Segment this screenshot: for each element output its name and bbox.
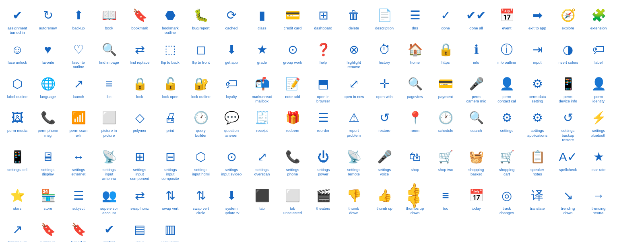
note-add[interactable]: 📝note add [277,73,308,107]
autorenew[interactable]: ↻autorenew [33,4,63,38]
today[interactable]: 📅today [461,184,491,219]
shop[interactable]: 🛍shop [400,146,430,184]
settings-backup-restore[interactable]: ↺settings backup restore [553,106,583,145]
spellcheck[interactable]: A✓spellcheck [553,146,583,184]
assignment-turned-in[interactable]: ✔assignment turned in [2,4,33,38]
group-work[interactable]: ⊙group work [277,38,308,73]
schedule[interactable]: 🕐schedule [430,106,461,145]
shopping-cart[interactable]: 🛒shopping cart [491,146,522,184]
lock[interactable]: 🔒lock [124,73,155,107]
settings-remote[interactable]: 📡settings remote [339,146,369,184]
grade[interactable]: ★grade [247,38,277,73]
label[interactable]: 🏷label [583,38,614,73]
thumbs-up-down[interactable]: 👍👎thumbs up down [400,184,430,219]
settings-overscan[interactable]: ⤢settings overscan [247,146,277,184]
history[interactable]: ⏱history [369,38,400,73]
receipt[interactable]: 🧾receipt [247,106,277,145]
language[interactable]: 🌐language [33,73,63,107]
favorite-outline[interactable]: ♡favorite outline [63,38,94,73]
reorder[interactable]: ☰reorder [308,106,339,145]
verified-user[interactable]: ✔verified user [94,218,124,242]
open-in-browser[interactable]: ⬒open in browser [308,73,339,107]
view-array[interactable]: ▥view array [155,218,186,242]
label-outline[interactable]: ⬡label outline [2,73,33,107]
delete[interactable]: 🗑delete [339,4,369,38]
print[interactable]: 🖨print [155,106,186,145]
description[interactable]: 📄description [369,4,400,38]
view-agenda[interactable]: ▤view agenda [124,218,155,242]
get-app[interactable]: ⬇get app [216,38,247,73]
settings-input-composite[interactable]: ⊟settings input composite [155,146,186,184]
system-update-tv[interactable]: ⬇system update tv [216,184,247,219]
bookmark[interactable]: 🔖bookmark [124,4,155,38]
https[interactable]: 🔒https [430,38,461,73]
info-outline[interactable]: ⓘinfo outline [491,38,522,73]
star-rate[interactable]: ★star rate [583,146,614,184]
query-builder[interactable]: 🕐query builder [186,106,216,145]
thumb-up[interactable]: 👍thumb up [369,184,400,219]
settings-ethernet[interactable]: ↔settings ethernet [63,146,94,184]
polymer[interactable]: ◇polymer [124,106,155,145]
thumb-down[interactable]: 👎thumb down [339,184,369,219]
shopping-basket[interactable]: 🧺shopping basket [461,146,491,184]
loyalty[interactable]: 🏷loyalty [216,73,247,107]
settings-voice[interactable]: 🎤settings voice [369,146,400,184]
cached[interactable]: ⟳cached [216,4,247,38]
credit-card[interactable]: 💳credit card [277,4,308,38]
flip-to-front[interactable]: ◻flip to front [186,38,216,73]
translate[interactable]: 译translate [522,184,553,219]
settings[interactable]: ⚙settings [491,106,522,145]
perm-phone-msg[interactable]: 📞perm phone msg [33,106,63,145]
toc[interactable]: ≡toc [430,184,461,219]
settings-power[interactable]: ⏻settings power [308,146,339,184]
markunread-mailbox[interactable]: 📬markunread mailbox [247,73,277,107]
bookmark-outline[interactable]: ⬣bookmark outline [155,4,186,38]
find-in-page[interactable]: 🔍find in page [94,38,124,73]
settings-display[interactable]: 🖥settings display [33,146,63,184]
settings-applications[interactable]: ⚙settings applications [522,106,553,145]
settings-phone[interactable]: 📞settings phone [277,146,308,184]
search[interactable]: 🔍search [461,106,491,145]
list[interactable]: ≡list [94,73,124,107]
find-replace[interactable]: ⇄find replace [124,38,155,73]
perm-camera-mic[interactable]: 🎤perm camera mic [461,73,491,107]
shop-two[interactable]: 🛒shop two [430,146,461,184]
event[interactable]: 📅event [491,4,522,38]
restore[interactable]: ↺restore [369,106,400,145]
open-with[interactable]: ✛open with [369,73,400,107]
lock-outline[interactable]: 🔐lock outline [186,73,216,107]
done-all[interactable]: ✔✔done all [461,4,491,38]
perm-device-info[interactable]: 📱perm device info [553,73,583,107]
question-answer[interactable]: 💬question answer [216,106,247,145]
supervisor-account[interactable]: 👥supervisor account [94,184,124,219]
perm-contact-cal[interactable]: 👤perm contact cal [491,73,522,107]
trending-up[interactable]: ↗trending up [2,218,33,242]
exit-to-app[interactable]: ➡exit to app [522,4,553,38]
done[interactable]: ✓done [430,4,461,38]
tab-unselected[interactable]: ⬜tab unselected [277,184,308,219]
swap-horiz[interactable]: ⇄swap horiz [124,184,155,219]
settings-input-antenna[interactable]: 📡settings input antenna [94,146,124,184]
settings-bluetooth[interactable]: ⚡settings bluetooth [583,106,614,145]
home[interactable]: 🏠home [400,38,430,73]
input[interactable]: ⇥input [522,38,553,73]
dns[interactable]: ☰dns [400,4,430,38]
trending-down[interactable]: ↘trending down [553,184,583,219]
perm-media[interactable]: 🖼perm media [2,106,33,145]
info[interactable]: ℹinfo [461,38,491,73]
favorite[interactable]: ♥favorite [33,38,63,73]
trending-neutral[interactable]: →trending neutral [583,184,614,219]
book[interactable]: 📖book [94,4,124,38]
settings-input-component[interactable]: ⊞settings input component [124,146,155,184]
turned-in[interactable]: 🔖turned in [33,218,63,242]
pageview[interactable]: 🔍pageview [400,73,430,107]
subject[interactable]: ☰subject [63,184,94,219]
flip-to-back[interactable]: ⬚flip to back [155,38,186,73]
launch[interactable]: ↗launch [63,73,94,107]
track-changes[interactable]: ◎track changes [491,184,522,219]
store[interactable]: 🏪store [33,184,63,219]
picture-in-picture[interactable]: ⬜picture in picture [94,106,124,145]
open-in-new[interactable]: ⤢open in new [339,73,369,107]
invert-colors[interactable]: ◑invert colors [553,38,583,73]
swap-vert-circle[interactable]: ⇅swap vert circle [186,184,216,219]
